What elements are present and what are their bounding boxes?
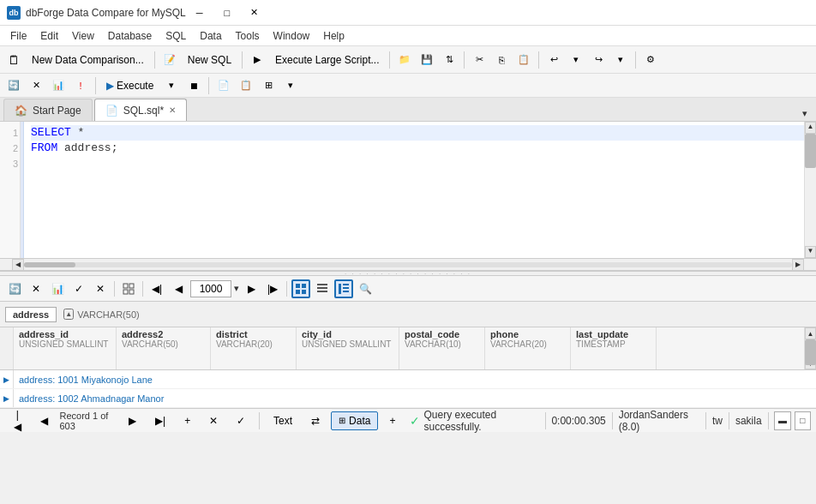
- new-comparison-icon[interactable]: 🗒: [3, 50, 24, 70]
- status-nav-last[interactable]: ▶|: [147, 411, 173, 430]
- hscroll-thumb[interactable]: [24, 262, 75, 267]
- warning-icon[interactable]: !: [70, 75, 91, 96]
- status-add-tab[interactable]: +: [381, 411, 403, 430]
- menu-window[interactable]: Window: [267, 26, 317, 45]
- menu-view[interactable]: View: [65, 26, 101, 45]
- run-small-icon[interactable]: 🔄: [3, 75, 24, 96]
- row-expander-1[interactable]: ▶: [0, 370, 14, 388]
- table-vscroll-thumb[interactable]: [805, 339, 816, 365]
- field-box[interactable]: address: [5, 307, 57, 322]
- menu-sql[interactable]: SQL: [159, 26, 193, 45]
- field-name: address: [13, 309, 49, 320]
- status-sep6: [768, 412, 769, 429]
- detail-view-button[interactable]: [334, 279, 353, 298]
- layout-icon-2[interactable]: □: [795, 411, 811, 430]
- cut-icon[interactable]: ✂: [469, 50, 489, 70]
- nav-next-button[interactable]: ▶: [242, 279, 261, 298]
- tab-sql-file[interactable]: 📄 SQL.sql* ✕: [94, 99, 187, 121]
- table-row[interactable]: ▶ address: 1001 Miyakonojo Lane: [0, 370, 816, 389]
- vscroll-thumb[interactable]: [805, 134, 816, 168]
- sync-icon[interactable]: ⇅: [439, 50, 459, 70]
- vscroll-up[interactable]: ▲: [805, 122, 816, 134]
- open-icon[interactable]: 📁: [394, 50, 415, 70]
- status-apply[interactable]: ✓: [229, 411, 253, 430]
- clipboard-icon[interactable]: 📋: [236, 75, 256, 96]
- menu-tools[interactable]: Tools: [229, 26, 267, 45]
- col-header-phone[interactable]: phone VARCHAR(20): [485, 327, 571, 369]
- undo-dropdown[interactable]: ▾: [566, 50, 586, 70]
- cancel-button[interactable]: ✕: [27, 279, 45, 298]
- status-add-row[interactable]: +: [177, 411, 198, 430]
- delete-button[interactable]: ✕: [91, 279, 110, 298]
- maximize-button[interactable]: □: [213, 0, 241, 26]
- menu-database[interactable]: Database: [101, 26, 159, 45]
- redo-dropdown[interactable]: ▾: [610, 50, 631, 70]
- vscroll-down[interactable]: ▼: [805, 246, 816, 258]
- col-header-address2[interactable]: address2 VARCHAR(50): [117, 327, 211, 369]
- execute-large-button[interactable]: Execute Large Script...: [269, 50, 385, 70]
- table-vscroll[interactable]: ▲ ▼: [804, 327, 816, 369]
- status-nav-prev[interactable]: ◀: [33, 411, 56, 430]
- status-nav-first[interactable]: |◀: [5, 411, 29, 430]
- new-sql-button[interactable]: New SQL: [182, 50, 237, 70]
- new-comparison-button[interactable]: New Data Comparison...: [26, 50, 150, 70]
- menu-file[interactable]: File: [3, 26, 33, 45]
- grid-icon[interactable]: ⊞: [258, 75, 279, 96]
- col-header-last-update[interactable]: last_update TIMESTAMP: [571, 327, 657, 369]
- form-view-button[interactable]: [313, 279, 332, 298]
- grid-view-button[interactable]: [291, 279, 310, 298]
- status-nav-next[interactable]: ▶: [121, 411, 144, 430]
- nav-prev-button[interactable]: ◀: [169, 279, 188, 298]
- editor-area[interactable]: 1 2 3 SELECT * FROM address; ▲ ▼: [0, 122, 816, 259]
- status-text-button[interactable]: Text: [266, 411, 300, 430]
- nav-last-button[interactable]: |▶: [263, 279, 282, 298]
- tab-start-page[interactable]: 🏠 Start Page: [3, 99, 93, 121]
- execute-stop-icon[interactable]: ⏹: [183, 75, 204, 96]
- execute-button[interactable]: ▶ Execute: [100, 75, 159, 96]
- execute-large-icon[interactable]: ▶: [247, 50, 267, 70]
- hscroll-left[interactable]: ◀: [12, 259, 24, 271]
- svg-rect-2: [123, 290, 128, 294]
- refresh-button[interactable]: 🔄: [5, 279, 24, 298]
- status-data-button[interactable]: ⊞ Data: [331, 411, 378, 430]
- new-sql-icon[interactable]: 📝: [159, 50, 180, 70]
- close-button[interactable]: ✕: [241, 0, 268, 26]
- save-icon[interactable]: 💾: [417, 50, 437, 70]
- menu-data[interactable]: Data: [193, 26, 228, 45]
- layout-icon-1[interactable]: ▬: [774, 411, 790, 430]
- settings-icon[interactable]: ⚙: [640, 50, 661, 70]
- grid-dropdown[interactable]: ▾: [280, 75, 301, 96]
- col-header-address-id[interactable]: address_id UNSIGNED SMALLINT: [14, 327, 117, 369]
- groupby-button[interactable]: [119, 279, 138, 298]
- copy-icon[interactable]: ⎘: [491, 50, 512, 70]
- undo-icon[interactable]: ↩: [543, 50, 564, 70]
- checkmark-button[interactable]: ✓: [69, 279, 88, 298]
- profiler-icon[interactable]: 📊: [48, 75, 69, 96]
- redo-icon[interactable]: ↪: [588, 50, 609, 70]
- search-result-button[interactable]: 🔍: [356, 279, 375, 298]
- tab-close-icon[interactable]: ✕: [169, 105, 176, 115]
- col-header-city-id[interactable]: city_id UNSIGNED SMALLINT: [297, 327, 399, 369]
- hscroll-right[interactable]: ▶: [792, 259, 804, 271]
- page-size-input[interactable]: [190, 280, 231, 297]
- table-row[interactable]: ▶ address: 1002 Ahmadnagar Manor: [0, 389, 816, 408]
- nav-first-button[interactable]: ◀|: [147, 279, 166, 298]
- tab-dropdown-button[interactable]: ▾: [797, 106, 813, 121]
- execute-dropdown[interactable]: ▾: [161, 75, 182, 96]
- col-header-postal-code[interactable]: postal_code VARCHAR(10): [399, 327, 485, 369]
- script-icon[interactable]: 📄: [213, 75, 234, 96]
- col-header-district[interactable]: district VARCHAR(20): [211, 327, 297, 369]
- editor-vscroll[interactable]: ▲ ▼: [804, 122, 816, 258]
- export-button[interactable]: 📊: [48, 279, 67, 298]
- menu-help[interactable]: Help: [316, 26, 351, 45]
- stop-button[interactable]: ✕: [26, 75, 46, 96]
- code-editor[interactable]: SELECT * FROM address;: [24, 122, 816, 258]
- row-expander-2[interactable]: ▶: [0, 389, 14, 407]
- paste-icon[interactable]: 📋: [513, 50, 534, 70]
- menu-edit[interactable]: Edit: [33, 26, 65, 45]
- minimize-button[interactable]: ─: [186, 0, 213, 26]
- status-delete-row[interactable]: ✕: [201, 411, 225, 430]
- field-up-arrow[interactable]: ▲: [63, 309, 74, 320]
- status-toggle-button[interactable]: ⇄: [303, 411, 327, 430]
- table-vscroll-up[interactable]: ▲: [805, 327, 816, 339]
